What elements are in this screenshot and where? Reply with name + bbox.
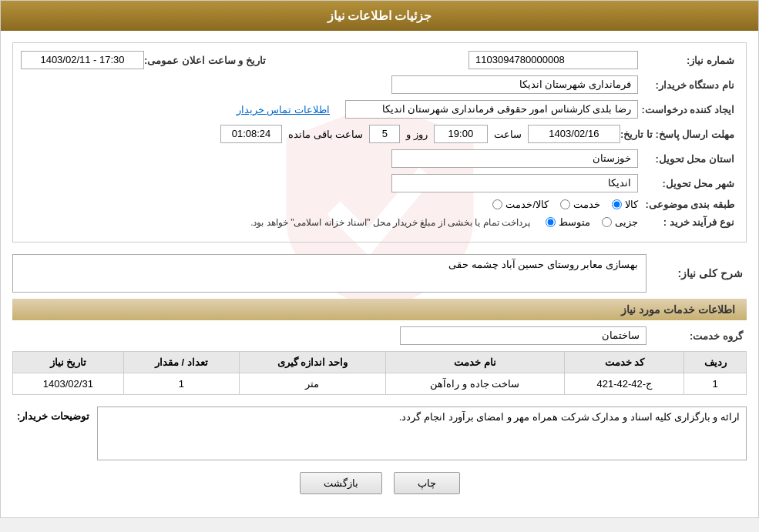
category-label: طبقه بندی موضوعی:: [638, 199, 738, 210]
table-header-row: ردیف کد خدمت نام خدمت واحد اندازه گیری ت…: [13, 352, 747, 373]
category-radio2-input[interactable]: [560, 199, 570, 209]
col-header-date: تاریخ نیاز: [13, 352, 124, 373]
col-header-rownum: ردیف: [684, 352, 747, 373]
requester-value: رضا بلدی کارشناس امور حقوقی فرمانداری شه…: [345, 100, 638, 119]
purchase-type-label: نوع فرآیند خرید :: [638, 216, 738, 228]
days-value: 5: [369, 125, 400, 143]
response-time-label: ساعت: [488, 129, 528, 140]
col-header-unit: واحد اندازه گیری: [240, 352, 386, 373]
category-radio3-label: کالا/خدمت: [505, 199, 549, 210]
col-header-code: کد خدمت: [565, 352, 684, 373]
buttons-row: چاپ بازگشت: [12, 472, 747, 494]
purchase-type-row: نوع فرآیند خرید : جزیی متوسط پرداخت تمام…: [21, 216, 738, 228]
need-number-row: شماره نیاز: 1103094780000008 تاریخ و ساع…: [21, 51, 738, 69]
buyer-notes-row: ارائه و بارگزاری کلیه اسناد و مدارک شرکت…: [12, 407, 747, 460]
buyer-notes-label: توضیحات خریدار:: [12, 407, 89, 422]
purchase-type-radio-group: جزیی متوسط: [546, 216, 638, 228]
back-button[interactable]: بازگشت: [300, 472, 382, 494]
buyer-org-row: نام دستگاه خریدار: فرمانداری شهرستان اند…: [21, 75, 738, 94]
table-row: 1 ج-42-42-421 ساخت جاده و راه‌آهن متر 1 …: [13, 373, 747, 395]
page-container: جزئیات اطلاعات نیاز شماره نیاز: 11030947…: [0, 0, 759, 518]
days-label: روز و: [400, 129, 434, 140]
cell-rownum: 1: [684, 373, 747, 395]
purchase-radio-motovaset[interactable]: متوسط: [546, 216, 590, 228]
remaining-label: ساعت باقی مانده: [282, 129, 369, 140]
province-label: استان محل تحویل:: [638, 153, 738, 165]
need-desc-section: شرح کلی نیاز: بهسازی معابر روستای حسین آ…: [12, 254, 747, 293]
services-section: ردیف کد خدمت نام خدمت واحد اندازه گیری ت…: [12, 351, 747, 395]
purchase-note: پرداخت تمام یا بخشی از مبلغ خریدار محل "…: [250, 217, 546, 228]
response-deadline-label: مهلت ارسال پاسخ: تا تاریخ:: [620, 129, 738, 140]
main-info-section: شماره نیاز: 1103094780000008 تاریخ و ساع…: [12, 42, 747, 243]
need-desc-label: شرح کلی نیاز:: [646, 267, 747, 279]
cell-qty: 1: [123, 373, 239, 395]
content-area: شماره نیاز: 1103094780000008 تاریخ و ساع…: [1, 31, 758, 517]
contact-link[interactable]: اطلاعات تماس خریدار: [237, 104, 330, 115]
print-button[interactable]: چاپ: [394, 472, 460, 494]
need-number-label: شماره نیاز:: [638, 55, 738, 66]
need-desc-value: بهسازی معابر روستای حسین آباد چشمه حقی: [12, 254, 646, 293]
buyer-org-label: نام دستگاه خریدار:: [638, 79, 738, 91]
category-radio-group: کالا خدمت کالا/خدمت: [492, 199, 638, 210]
announcement-datetime-value: 1403/02/11 - 17:30: [21, 51, 144, 69]
response-time-value: 19:00: [434, 125, 488, 143]
response-deadline-row: مهلت ارسال پاسخ: تا تاریخ: 1403/02/16 سا…: [21, 125, 738, 143]
remaining-value: 01:08:24: [220, 125, 282, 143]
purchase-radio2-input[interactable]: [546, 217, 556, 227]
service-group-value: ساختمان: [400, 326, 646, 345]
services-table: ردیف کد خدمت نام خدمت واحد اندازه گیری ت…: [12, 351, 747, 395]
announcement-datetime-label: تاریخ و ساعت اعلان عمومی:: [144, 55, 270, 66]
category-radio-khedmat[interactable]: خدمت: [560, 199, 600, 210]
province-value: خوزستان: [391, 149, 638, 168]
purchase-radio1-label: جزیی: [615, 216, 638, 228]
page-title: جزئیات اطلاعات نیاز: [327, 9, 432, 22]
buyer-notes-value: ارائه و بارگزاری کلیه اسناد و مدارک شرکت…: [97, 407, 747, 460]
category-radio1-input[interactable]: [612, 199, 622, 209]
page-header: جزئیات اطلاعات نیاز: [1, 1, 758, 31]
cell-unit: متر: [240, 373, 386, 395]
services-section-header: اطلاعات خدمات مورد نیاز: [12, 299, 747, 320]
city-row: شهر محل تحویل: اندیکا: [21, 174, 738, 192]
city-value: اندیکا: [391, 174, 638, 192]
requester-label: ایجاد کننده درخواست:: [638, 104, 738, 115]
need-desc-row: شرح کلی نیاز: بهسازی معابر روستای حسین آ…: [12, 254, 747, 293]
category-radio3-input[interactable]: [492, 199, 502, 209]
purchase-radio1-input[interactable]: [602, 217, 612, 227]
category-row: طبقه بندی موضوعی: کالا خدمت کالا/خدمت: [21, 199, 738, 210]
purchase-radio-jozi[interactable]: جزیی: [602, 216, 638, 228]
response-date-value: 1403/02/16: [528, 125, 620, 143]
cell-code: ج-42-42-421: [565, 373, 684, 395]
category-radio-kala-khedmat[interactable]: کالا/خدمت: [492, 199, 549, 210]
province-row: استان محل تحویل: خوزستان: [21, 149, 738, 168]
buyer-notes-section: ارائه و بارگزاری کلیه اسناد و مدارک شرکت…: [12, 407, 747, 460]
col-header-name: نام خدمت: [385, 352, 565, 373]
buyer-org-value: فرمانداری شهرستان اندیکا: [391, 75, 638, 94]
service-group-row: گروه خدمت: ساختمان: [12, 326, 747, 345]
requester-row: ایجاد کننده درخواست: رضا بلدی کارشناس ام…: [21, 100, 738, 119]
cell-name: ساخت جاده و راه‌آهن: [385, 373, 565, 395]
purchase-radio2-label: متوسط: [559, 216, 590, 228]
service-group-label: گروه خدمت:: [646, 330, 747, 342]
city-label: شهر محل تحویل:: [638, 178, 738, 189]
need-number-value: 1103094780000008: [468, 51, 638, 69]
category-radio1-label: کالا: [625, 199, 638, 210]
category-radio-kala[interactable]: کالا: [612, 199, 638, 210]
col-header-qty: تعداد / مقدار: [123, 352, 239, 373]
cell-date: 1403/02/31: [13, 373, 124, 395]
category-radio2-label: خدمت: [573, 199, 600, 210]
